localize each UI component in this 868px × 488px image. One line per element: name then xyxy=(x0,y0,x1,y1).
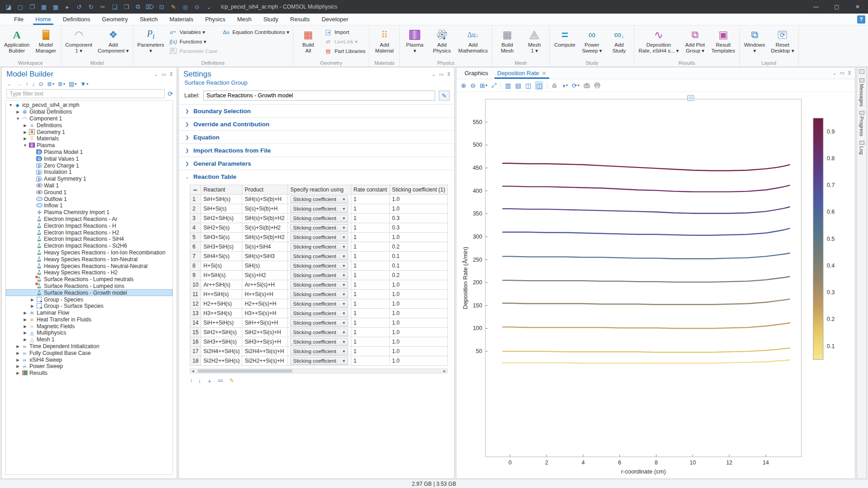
tree-item[interactable]: ▶△Mesh 1 xyxy=(6,336,173,343)
ribbon-tab-home[interactable]: Home xyxy=(29,14,57,25)
back-icon[interactable]: ← xyxy=(6,81,12,87)
rate-constant-cell[interactable]: 1 xyxy=(351,204,389,214)
rate-constant-cell[interactable]: 1 xyxy=(351,242,389,252)
reactant-cell[interactable]: H3++SiH(s) xyxy=(201,309,242,318)
product-cell[interactable]: SiH2++Si(s)+H xyxy=(242,328,288,337)
dock-windows-icon[interactable] xyxy=(859,69,864,74)
parameters-button[interactable]: PiParameters▾ xyxy=(135,27,166,55)
rename-button[interactable]: ✎ xyxy=(439,91,450,100)
collapse-icon[interactable]: ≣▾ xyxy=(58,81,65,87)
plot-first-icon[interactable]: ▥ xyxy=(505,82,511,89)
dock-1-icon[interactable]: ◫ xyxy=(525,82,531,89)
close-tab-icon[interactable]: ✕ xyxy=(542,70,547,77)
product-cell[interactable]: SiH3++Si(s)+H xyxy=(242,337,288,347)
paste-icon[interactable]: ❒ xyxy=(120,0,132,14)
product-cell[interactable]: Si(s)+Si(b)+H xyxy=(242,204,288,214)
rate-constant-cell[interactable]: 1 xyxy=(351,347,389,356)
reactant-cell[interactable]: SiH3++SiH(s) xyxy=(201,337,242,347)
table-row[interactable]: 17Si2H4++SiH(s)Si2H4++Si(s)+HSticking co… xyxy=(190,347,448,356)
table-row[interactable]: 4SiH2+Si(s)Si(s)+Si(b)+H2Sticking coeffi… xyxy=(190,223,448,233)
chevron-down-icon[interactable]: ▼ xyxy=(15,116,21,121)
mesh-1-button[interactable]: Mesh1 ▾ xyxy=(521,27,547,55)
sticking-coefficient-cell[interactable]: 1.0 xyxy=(389,356,447,366)
tree-item[interactable]: Surface Reactions - Lumped neutrals xyxy=(6,276,173,283)
tree-item[interactable]: ▶≋Heat Transfer in Fluids xyxy=(6,316,173,323)
ribbon-tab-file[interactable]: File xyxy=(8,14,29,25)
column-header-rate-constant[interactable]: Rate constant xyxy=(351,185,389,195)
plot-canvas[interactable]: 0246810121450100150200250300350400450500… xyxy=(456,92,855,478)
build-all-button[interactable]: ▦BuildAll xyxy=(295,27,321,55)
image-settings-icon[interactable]: ◑▾ xyxy=(561,82,567,89)
reactant-cell[interactable]: H++SiH(s) xyxy=(201,290,242,299)
highlight-icon[interactable]: ✎ xyxy=(168,0,179,14)
tree-item[interactable]: Electron Impact Reactions - H2 xyxy=(6,229,173,236)
chevron-down-icon[interactable]: ▼ xyxy=(8,103,14,107)
sticking-coefficient-cell[interactable]: 1.0 xyxy=(389,299,447,309)
edit-icon[interactable]: ✎ xyxy=(229,377,234,385)
rate-constant-cell[interactable]: 1 xyxy=(351,299,389,309)
result-templates-button[interactable]: ▣ResultTemplates xyxy=(709,27,737,55)
forward-icon[interactable]: → xyxy=(16,81,22,87)
tree-item[interactable]: ▶∞xSiH4 Sweep xyxy=(6,356,173,363)
sticking-coefficient-cell[interactable]: 0.1 xyxy=(389,261,447,271)
tree-item[interactable]: Surface Reactions - Lumped ions xyxy=(6,283,173,290)
sticking-coefficient-cell[interactable]: 0.2 xyxy=(389,242,447,252)
reactant-cell[interactable]: H+SiH(s) xyxy=(201,271,242,280)
tree-item[interactable]: ▶⊕Global Definitions xyxy=(6,109,173,115)
chevron-right-icon[interactable]: ▶ xyxy=(22,136,28,141)
product-cell[interactable]: Si(s)+SiH4 xyxy=(242,242,288,252)
table-row[interactable]: 8H+Si(s)SiH(s)Sticking coefficient▼10.1 xyxy=(190,261,448,271)
panel-menu-icon[interactable]: ⌄ xyxy=(154,72,158,77)
reactant-cell[interactable]: SiH2+SiH(s) xyxy=(201,214,242,223)
tree-item[interactable]: ▶≋Laminar Flow xyxy=(6,310,173,316)
sticking-coefficient-cell[interactable]: 1.0 xyxy=(389,195,447,204)
refresh-icon[interactable]: ⟳ xyxy=(168,90,173,97)
product-cell[interactable]: SiH(s)+Si(b)+H2 xyxy=(242,214,288,223)
zoom-find-icon[interactable]: ⊙ xyxy=(191,0,203,14)
tree-item[interactable]: DInitial Values 1 xyxy=(6,155,173,162)
application-builder-button[interactable]: AApplicationBuilder xyxy=(2,27,32,55)
ribbon-tab-physics[interactable]: Physics xyxy=(199,14,231,25)
print-icon[interactable] xyxy=(594,82,600,88)
chevron-right-icon[interactable]: ▶ xyxy=(22,337,28,342)
sticking-coefficient-cell[interactable]: 1.0 xyxy=(389,233,447,242)
tree-item[interactable]: Electron Impact Reactions - H xyxy=(6,222,173,229)
zoom-box-icon[interactable]: ⊞▾ xyxy=(480,82,487,89)
move-up-icon[interactable]: ↑ xyxy=(190,377,193,385)
show-icon[interactable]: ⊙ xyxy=(38,81,43,87)
zoom-extents-icon[interactable]: ⤢ xyxy=(491,81,496,89)
tree-item[interactable]: ✜Plasma Chemistry Import 1 xyxy=(6,209,173,216)
ribbon-tab-geometry[interactable]: Geometry xyxy=(96,14,134,25)
close-button[interactable]: ✕ xyxy=(847,0,868,14)
table-menu-icon[interactable]: ≔ xyxy=(218,377,224,385)
float-panel-icon[interactable]: ▭ xyxy=(840,70,844,76)
delete-icon[interactable]: ⌦ xyxy=(144,0,156,14)
table-row[interactable]: 15SiH2++SiH(s)SiH2++Si(s)+HSticking coef… xyxy=(190,328,448,337)
rate-constant-cell[interactable]: 1 xyxy=(351,290,389,299)
minimize-button[interactable]: — xyxy=(806,0,826,14)
reactant-cell[interactable]: SiH3+Si(s) xyxy=(201,233,242,242)
filter-icon[interactable]: ▼▾ xyxy=(80,81,88,87)
panel-menu-icon[interactable]: ⌄ xyxy=(832,70,836,76)
table-row[interactable]: 9H+SiH(s)Si(s)+H2Sticking coefficient▼10… xyxy=(190,271,448,280)
pin-panel-icon[interactable]: ⊼ xyxy=(169,72,173,77)
sticking-coefficient-cell[interactable]: 0.3 xyxy=(389,223,447,233)
table-row[interactable]: 3SiH2+SiH(s)SiH(s)+Si(b)+H2Sticking coef… xyxy=(190,214,448,223)
build-mesh-button[interactable]: ▦BuildMesh xyxy=(494,27,520,55)
plasma-button[interactable]: Plasma▾ xyxy=(402,27,428,55)
move-up-icon[interactable]: ↑ xyxy=(25,81,29,87)
reactant-cell[interactable]: SiH2++SiH(s) xyxy=(201,328,242,337)
add-physics-button[interactable]: AddPhysics xyxy=(429,27,455,55)
import-button[interactable]: ⇥Import xyxy=(324,28,365,36)
rate-constant-cell[interactable]: 1 xyxy=(351,261,389,271)
move-down-icon[interactable]: ↓ xyxy=(32,81,35,87)
table-row[interactable]: 2SiH+Si(s)Si(s)+Si(b)+HSticking coeffici… xyxy=(190,204,448,214)
table-row[interactable]: 11H++SiH(s)H++Si(s)+HSticking coefficien… xyxy=(190,290,448,299)
product-cell[interactable]: SiH(s)+Si(b)+H2 xyxy=(242,233,288,242)
float-panel-icon[interactable]: ▭ xyxy=(439,72,444,77)
tree-item[interactable]: DInsulation 1 xyxy=(6,169,173,176)
product-cell[interactable]: Si(s)+Si(b)+H2 xyxy=(242,223,288,233)
specify-reaction-dropdown[interactable]: Sticking coefficient▼ xyxy=(290,243,348,251)
move-rows-header[interactable]: ▸▸ xyxy=(190,185,201,195)
sticking-coefficient-cell[interactable]: 0.2 xyxy=(389,271,447,280)
